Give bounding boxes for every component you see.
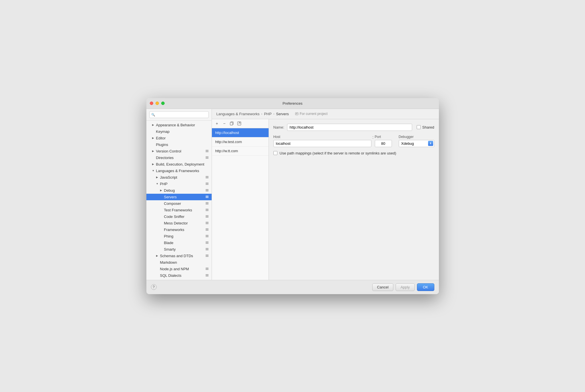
sidebar-item-php[interactable]: ▼ PHP — [146, 181, 212, 187]
maximize-button[interactable] — [161, 102, 165, 105]
sidebar-item-markdown[interactable]: Markdown — [146, 259, 212, 266]
arrow-icon: ▶ — [152, 137, 156, 139]
sidebar-item-version-control[interactable]: ▶ Version Control — [146, 148, 212, 154]
svg-rect-16 — [206, 197, 208, 197]
ok-button[interactable]: OK — [417, 283, 434, 291]
path-mapping-label: Use path mappings (select if the server … — [280, 151, 396, 155]
settings-badge-icon — [205, 274, 209, 277]
sidebar-item-frameworks[interactable]: Frameworks — [146, 226, 212, 233]
name-input[interactable] — [287, 124, 412, 131]
sidebar-item-label: Languages & Frameworks — [156, 169, 209, 173]
sidebar-item-plugins[interactable]: Plugins — [146, 141, 212, 148]
sidebar-item-composer[interactable]: Composer — [146, 200, 212, 207]
for-project-label: For current project — [300, 112, 328, 116]
help-button[interactable]: ? — [151, 284, 157, 290]
svg-rect-23 — [206, 211, 208, 211]
host-input[interactable] — [273, 140, 371, 147]
copy-server-button[interactable] — [228, 120, 235, 127]
svg-rect-36 — [206, 242, 208, 242]
minimize-button[interactable] — [156, 102, 159, 105]
svg-rect-5 — [206, 158, 208, 159]
svg-rect-40 — [206, 249, 208, 249]
sidebar-item-mess-detector[interactable]: Mess Detector — [146, 220, 212, 226]
settings-badge-icon — [205, 247, 209, 251]
sidebar-item-label: PHP — [160, 182, 204, 186]
sidebar-item-label: Directories — [156, 156, 204, 160]
shared-checkbox[interactable] — [417, 125, 421, 129]
settings-badge-icon — [205, 254, 209, 257]
sidebar-item-schemas[interactable]: ▶ Schemas and DTDs — [146, 253, 212, 259]
sidebar-item-debug[interactable]: ▶ Debug — [146, 187, 212, 194]
sidebar-item-test-frameworks[interactable]: Test Frameworks — [146, 207, 212, 213]
breadcrumb: Languages & Frameworks › PHP › Servers F… — [212, 109, 439, 119]
settings-badge-icon — [205, 215, 209, 218]
settings-badge-icon — [205, 189, 209, 192]
svg-rect-55 — [296, 113, 298, 114]
arrow-icon: ▶ — [160, 189, 164, 192]
sidebar-item-directories[interactable]: Directories — [146, 154, 212, 161]
sidebar-item-label: Phing — [164, 234, 204, 238]
server-detail: Name: Shared Host — [269, 119, 439, 280]
svg-rect-46 — [206, 269, 208, 269]
preferences-window: Preferences 🔍 ▶ Appearance & Behavior — [146, 98, 439, 294]
server-entry-wtest[interactable]: http://w.test.com — [212, 137, 269, 147]
svg-rect-10 — [206, 183, 208, 184]
breadcrumb-arrow-2: › — [273, 112, 275, 115]
servers-panel: + − http://localhost http://w.test.com h… — [212, 119, 439, 280]
svg-rect-50 — [206, 276, 208, 277]
port-input[interactable] — [375, 140, 392, 147]
debugger-select[interactable]: Xdebug Zend Debugger — [399, 140, 434, 147]
for-current-project: For current project — [295, 112, 328, 116]
arrow-icon: ▶ — [152, 123, 156, 126]
settings-badge-icon — [205, 149, 209, 153]
remove-server-button[interactable]: − — [221, 120, 228, 127]
sidebar-item-sql-dialects[interactable]: SQL Dialects — [146, 272, 212, 279]
settings-badge-icon — [205, 267, 209, 271]
server-entry-wtt[interactable]: http://w.tt.com — [212, 147, 269, 156]
sidebar-item-blade[interactable]: Blade — [146, 240, 212, 246]
svg-rect-21 — [206, 209, 208, 209]
server-entry-localhost[interactable]: http://localhost — [212, 128, 269, 137]
apply-button[interactable]: Apply — [396, 283, 415, 291]
svg-rect-26 — [206, 217, 208, 218]
export-server-button[interactable] — [236, 120, 243, 127]
name-shared-row: Name: Shared — [273, 124, 434, 131]
svg-rect-6 — [206, 176, 208, 177]
settings-badge-icon — [205, 176, 209, 179]
svg-rect-2 — [206, 152, 208, 152]
sidebar-item-label: Frameworks — [164, 228, 204, 232]
sidebar-item-label: Node.js and NPM — [160, 267, 204, 271]
sidebar-item-languages[interactable]: ▼ Languages & Frameworks — [146, 168, 212, 174]
project-icon — [295, 112, 298, 115]
close-button[interactable] — [150, 102, 153, 105]
sidebar-item-servers[interactable]: Servers — [146, 194, 212, 200]
arrow-icon: ▼ — [152, 169, 156, 172]
host-header: Host — [273, 135, 371, 139]
sidebar-item-label: Smarty — [164, 247, 204, 251]
search-input[interactable] — [149, 111, 209, 118]
sidebar-item-appearance[interactable]: ▶ Appearance & Behavior — [146, 122, 212, 128]
add-server-button[interactable]: + — [214, 120, 220, 127]
svg-rect-27 — [206, 222, 208, 222]
sidebar-item-keymap[interactable]: Keymap — [146, 128, 212, 135]
sidebar-item-label: SQL Dialects — [160, 273, 204, 278]
debugger-section: Debugger Xdebug Zend Debugger ⬍ — [399, 135, 434, 147]
sidebar-item-phing[interactable]: Phing — [146, 233, 212, 240]
sidebar-item-label: JavaScript — [160, 175, 204, 180]
svg-rect-49 — [206, 275, 208, 276]
svg-rect-47 — [206, 269, 208, 270]
svg-rect-12 — [206, 189, 208, 190]
sidebar-item-code-sniffer[interactable]: Code Sniffer — [146, 213, 212, 220]
port-colon: : — [373, 135, 374, 142]
sidebar-item-build[interactable]: ▶ Build, Execution, Deployment — [146, 161, 212, 168]
main-panel: Languages & Frameworks › PHP › Servers F… — [212, 109, 439, 280]
sidebar-item-smarty[interactable]: Smarty — [146, 246, 212, 253]
sidebar-item-editor[interactable]: ▶ Editor — [146, 135, 212, 141]
cancel-button[interactable]: Cancel — [372, 283, 393, 291]
svg-rect-42 — [206, 255, 208, 255]
sidebar-item-nodejs[interactable]: Node.js and NPM — [146, 266, 212, 272]
path-mapping-row: Use path mappings (select if the server … — [273, 151, 434, 155]
path-mapping-checkbox[interactable] — [273, 151, 277, 155]
sidebar-item-javascript[interactable]: ▶ JavaScript — [146, 174, 212, 181]
svg-rect-31 — [206, 229, 208, 230]
